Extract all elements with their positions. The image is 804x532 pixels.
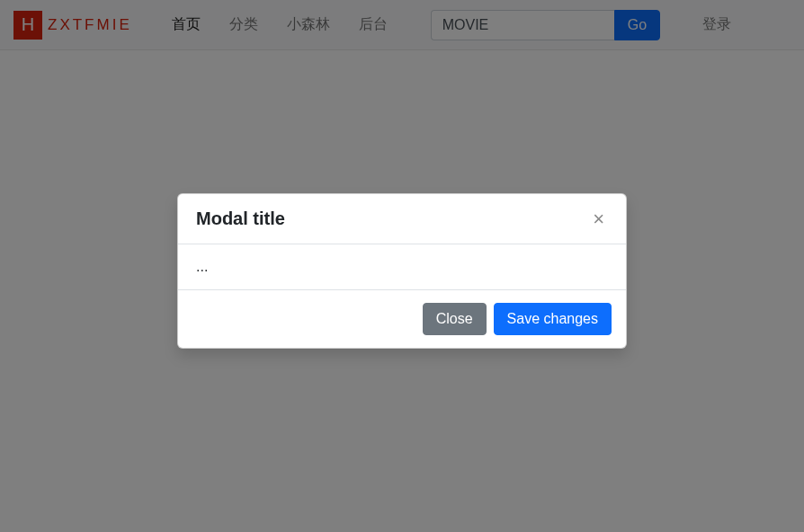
modal-header: Modal title × bbox=[178, 194, 626, 244]
modal-body: ... bbox=[178, 244, 626, 290]
modal-body-text: ... bbox=[196, 259, 608, 275]
modal-footer: Close Save changes bbox=[178, 290, 626, 348]
close-icon[interactable]: × bbox=[589, 209, 608, 229]
close-button[interactable]: Close bbox=[423, 303, 487, 335]
save-changes-button[interactable]: Save changes bbox=[494, 303, 612, 335]
modal-dialog: Modal title × ... Close Save changes bbox=[177, 193, 627, 349]
modal-title: Modal title bbox=[196, 208, 285, 229]
